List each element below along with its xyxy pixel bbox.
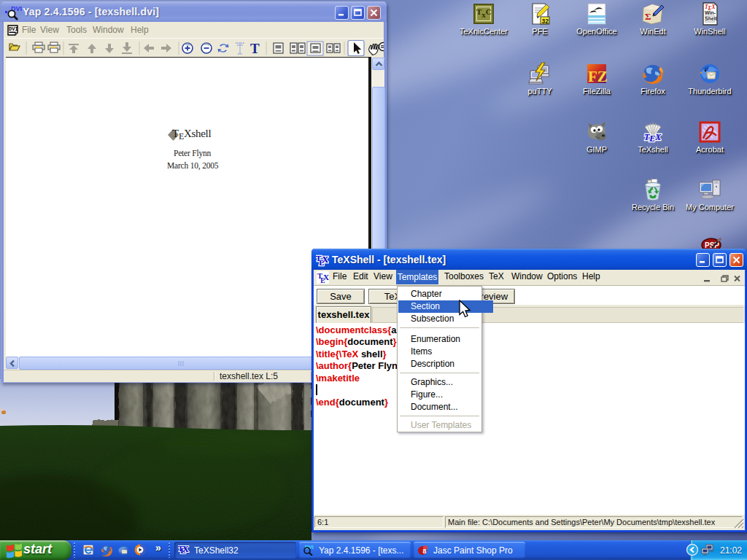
svg-text:Shell: Shell (705, 16, 717, 21)
svg-text:X: X (322, 254, 329, 265)
svg-text:Σ: Σ (645, 11, 651, 22)
svg-text:X: X (323, 273, 329, 281)
svg-text:X: X (182, 545, 189, 553)
svg-text:DVI: DVI (9, 26, 18, 32)
svg-text:32: 32 (542, 18, 549, 25)
svg-text:TEX: TEX (644, 132, 662, 144)
svg-text:T: T (250, 41, 260, 56)
svg-text:8: 8 (423, 548, 427, 555)
svg-text:FZ: FZ (588, 68, 608, 85)
svg-text:Win-: Win- (705, 10, 716, 15)
